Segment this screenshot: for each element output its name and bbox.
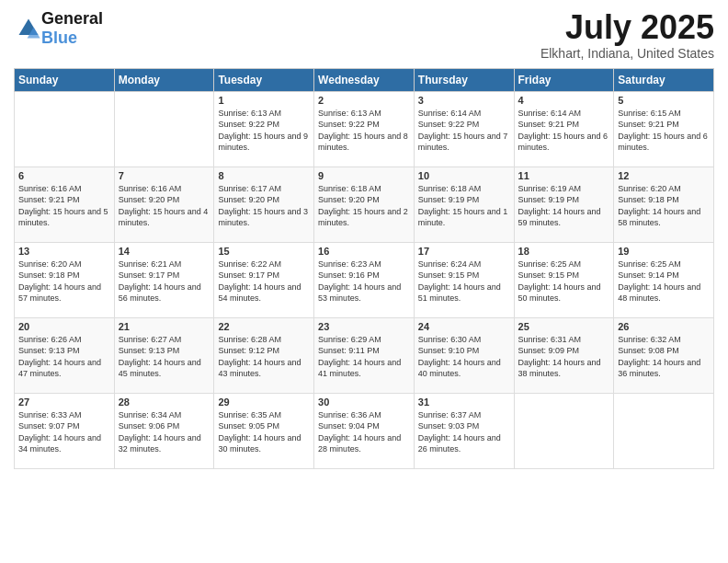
calendar-day-cell: 30Sunrise: 6:36 AMSunset: 9:04 PMDayligh… bbox=[314, 393, 415, 468]
calendar-day-cell: 28Sunrise: 6:34 AMSunset: 9:06 PMDayligh… bbox=[114, 393, 214, 468]
calendar-day-cell: 22Sunrise: 6:28 AMSunset: 9:12 PMDayligh… bbox=[214, 317, 314, 393]
header-monday: Monday bbox=[114, 68, 214, 91]
day-number: 28 bbox=[119, 396, 210, 408]
calendar-day-cell: 27Sunrise: 6:33 AMSunset: 9:07 PMDayligh… bbox=[15, 393, 115, 468]
calendar-week-row: 6Sunrise: 6:16 AMSunset: 9:21 PMDaylight… bbox=[15, 167, 714, 242]
day-info: Sunrise: 6:33 AMSunset: 9:07 PMDaylight:… bbox=[18, 409, 110, 455]
header-sunday: Sunday bbox=[15, 68, 115, 91]
day-number: 13 bbox=[18, 246, 110, 257]
logo-text: General Blue bbox=[41, 9, 103, 48]
calendar-day-cell: 14Sunrise: 6:21 AMSunset: 9:17 PMDayligh… bbox=[114, 242, 214, 317]
day-number: 7 bbox=[119, 170, 210, 181]
day-number: 29 bbox=[218, 396, 310, 408]
day-number: 17 bbox=[418, 246, 510, 257]
day-number: 25 bbox=[518, 321, 610, 332]
day-number: 26 bbox=[618, 321, 710, 332]
day-info: Sunrise: 6:15 AMSunset: 9:21 PMDaylight:… bbox=[618, 108, 710, 154]
calendar-day-cell: 12Sunrise: 6:20 AMSunset: 9:18 PMDayligh… bbox=[614, 167, 714, 242]
header-friday: Friday bbox=[514, 68, 614, 91]
logo-general: General bbox=[41, 9, 103, 28]
calendar-day-cell: 26Sunrise: 6:32 AMSunset: 9:08 PMDayligh… bbox=[614, 317, 714, 393]
day-number: 2 bbox=[318, 95, 410, 106]
day-info: Sunrise: 6:18 AMSunset: 9:19 PMDaylight:… bbox=[418, 183, 510, 229]
day-info: Sunrise: 6:28 AMSunset: 9:12 PMDaylight:… bbox=[218, 334, 310, 380]
day-info: Sunrise: 6:30 AMSunset: 9:10 PMDaylight:… bbox=[418, 334, 510, 380]
calendar-week-row: 13Sunrise: 6:20 AMSunset: 9:18 PMDayligh… bbox=[15, 242, 714, 317]
day-info: Sunrise: 6:16 AMSunset: 9:21 PMDaylight:… bbox=[18, 183, 110, 229]
day-info: Sunrise: 6:36 AMSunset: 9:04 PMDaylight:… bbox=[318, 409, 410, 455]
calendar-day-cell: 3Sunrise: 6:14 AMSunset: 9:22 PMDaylight… bbox=[414, 91, 514, 167]
weekday-header-row: Sunday Monday Tuesday Wednesday Thursday… bbox=[15, 68, 714, 91]
day-info: Sunrise: 6:16 AMSunset: 9:20 PMDaylight:… bbox=[119, 183, 210, 229]
header-tuesday: Tuesday bbox=[214, 68, 314, 91]
day-info: Sunrise: 6:24 AMSunset: 9:15 PMDaylight:… bbox=[418, 259, 510, 304]
calendar-day-cell: 23Sunrise: 6:29 AMSunset: 9:11 PMDayligh… bbox=[314, 317, 415, 393]
day-info: Sunrise: 6:13 AMSunset: 9:22 PMDaylight:… bbox=[318, 108, 410, 154]
day-info: Sunrise: 6:18 AMSunset: 9:20 PMDaylight:… bbox=[318, 183, 410, 229]
day-number: 30 bbox=[318, 396, 410, 408]
calendar-day-cell: 31Sunrise: 6:37 AMSunset: 9:03 PMDayligh… bbox=[414, 393, 514, 468]
calendar-day-cell: 9Sunrise: 6:18 AMSunset: 9:20 PMDaylight… bbox=[314, 167, 415, 242]
day-number: 15 bbox=[218, 246, 310, 257]
day-info: Sunrise: 6:32 AMSunset: 9:08 PMDaylight:… bbox=[618, 334, 710, 380]
day-info: Sunrise: 6:35 AMSunset: 9:05 PMDaylight:… bbox=[218, 409, 310, 455]
title-block: July 2025 Elkhart, Indiana, United State… bbox=[540, 9, 714, 61]
header-saturday: Saturday bbox=[614, 68, 714, 91]
calendar-week-row: 27Sunrise: 6:33 AMSunset: 9:07 PMDayligh… bbox=[15, 393, 714, 468]
calendar-day-cell: 19Sunrise: 6:25 AMSunset: 9:14 PMDayligh… bbox=[614, 242, 714, 317]
header-thursday: Thursday bbox=[414, 68, 514, 91]
day-number: 9 bbox=[318, 170, 410, 181]
day-number: 8 bbox=[218, 170, 310, 181]
day-number: 21 bbox=[119, 321, 210, 332]
day-info: Sunrise: 6:25 AMSunset: 9:14 PMDaylight:… bbox=[618, 259, 710, 304]
calendar-day-cell: 20Sunrise: 6:26 AMSunset: 9:13 PMDayligh… bbox=[15, 317, 115, 393]
day-number: 14 bbox=[119, 246, 210, 257]
calendar-day-cell: 24Sunrise: 6:30 AMSunset: 9:10 PMDayligh… bbox=[414, 317, 514, 393]
day-info: Sunrise: 6:17 AMSunset: 9:20 PMDaylight:… bbox=[218, 183, 310, 229]
day-number: 22 bbox=[218, 321, 310, 332]
calendar-day-cell: 21Sunrise: 6:27 AMSunset: 9:13 PMDayligh… bbox=[114, 317, 214, 393]
day-info: Sunrise: 6:14 AMSunset: 9:21 PMDaylight:… bbox=[518, 108, 610, 154]
day-number: 10 bbox=[418, 170, 510, 181]
day-info: Sunrise: 6:23 AMSunset: 9:16 PMDaylight:… bbox=[318, 259, 410, 304]
calendar-day-cell: 29Sunrise: 6:35 AMSunset: 9:05 PMDayligh… bbox=[214, 393, 314, 468]
day-number: 3 bbox=[418, 95, 510, 106]
calendar-week-row: 20Sunrise: 6:26 AMSunset: 9:13 PMDayligh… bbox=[15, 317, 714, 393]
calendar-day-cell: 7Sunrise: 6:16 AMSunset: 9:20 PMDaylight… bbox=[114, 167, 214, 242]
month-year: July 2025 bbox=[540, 9, 714, 46]
calendar-day-cell: 4Sunrise: 6:14 AMSunset: 9:21 PMDaylight… bbox=[514, 91, 614, 167]
location: Elkhart, Indiana, United States bbox=[540, 46, 714, 61]
day-number: 19 bbox=[618, 246, 710, 257]
day-info: Sunrise: 6:29 AMSunset: 9:11 PMDaylight:… bbox=[318, 334, 410, 380]
logo-blue: Blue bbox=[41, 29, 77, 47]
day-info: Sunrise: 6:25 AMSunset: 9:15 PMDaylight:… bbox=[518, 259, 610, 304]
day-number: 5 bbox=[618, 95, 710, 106]
calendar-container: General Blue July 2025 Elkhart, Indiana,… bbox=[0, 0, 728, 478]
day-number: 31 bbox=[418, 396, 510, 408]
logo: General Blue bbox=[14, 9, 103, 48]
calendar-day-cell bbox=[15, 91, 115, 167]
calendar-day-cell: 8Sunrise: 6:17 AMSunset: 9:20 PMDaylight… bbox=[214, 167, 314, 242]
day-info: Sunrise: 6:13 AMSunset: 9:22 PMDaylight:… bbox=[218, 108, 310, 154]
day-info: Sunrise: 6:37 AMSunset: 9:03 PMDaylight:… bbox=[418, 409, 510, 455]
header-wednesday: Wednesday bbox=[314, 68, 415, 91]
day-info: Sunrise: 6:31 AMSunset: 9:09 PMDaylight:… bbox=[518, 334, 610, 380]
calendar-day-cell: 11Sunrise: 6:19 AMSunset: 9:19 PMDayligh… bbox=[514, 167, 614, 242]
day-number: 12 bbox=[618, 170, 710, 181]
calendar-day-cell bbox=[614, 393, 714, 468]
day-number: 4 bbox=[518, 95, 610, 106]
day-info: Sunrise: 6:20 AMSunset: 9:18 PMDaylight:… bbox=[618, 183, 710, 229]
day-number: 6 bbox=[18, 170, 110, 181]
day-number: 11 bbox=[518, 170, 610, 181]
calendar-day-cell: 6Sunrise: 6:16 AMSunset: 9:21 PMDaylight… bbox=[15, 167, 115, 242]
calendar-week-row: 1Sunrise: 6:13 AMSunset: 9:22 PMDaylight… bbox=[15, 91, 714, 167]
calendar-table: Sunday Monday Tuesday Wednesday Thursday… bbox=[14, 68, 714, 469]
header: General Blue July 2025 Elkhart, Indiana,… bbox=[14, 9, 714, 61]
day-info: Sunrise: 6:21 AMSunset: 9:17 PMDaylight:… bbox=[119, 259, 210, 304]
calendar-day-cell: 10Sunrise: 6:18 AMSunset: 9:19 PMDayligh… bbox=[414, 167, 514, 242]
calendar-day-cell bbox=[514, 393, 614, 468]
calendar-day-cell: 1Sunrise: 6:13 AMSunset: 9:22 PMDaylight… bbox=[214, 91, 314, 167]
day-number: 1 bbox=[218, 95, 310, 106]
day-number: 16 bbox=[318, 246, 410, 257]
calendar-day-cell: 18Sunrise: 6:25 AMSunset: 9:15 PMDayligh… bbox=[514, 242, 614, 317]
